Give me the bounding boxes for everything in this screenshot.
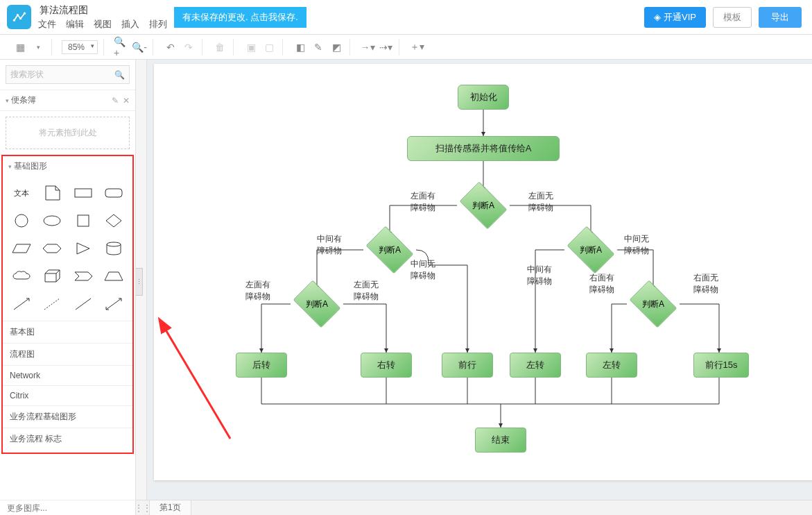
close-icon[interactable]: ✕ — [123, 96, 130, 105]
shape-circle[interactable] — [8, 210, 35, 232]
search-shapes-input[interactable]: 搜索形状 🔍 — [6, 65, 130, 84]
svg-point-6 — [15, 214, 28, 227]
diagram-page[interactable]: 初始化 扫描传感器并将值传给A 判断A 判断A 判断A 判断A 判断A 后转 右… — [154, 64, 812, 480]
toolbar: ▦▾ 85% 🔍+ 🔍- ↶ ↷ 🗑 ▣ ▢ ◧ ✎ ◩ →▾ ⇢▾ ＋▾ — [0, 35, 812, 60]
node-judge-l3-left[interactable]: 判断A — [291, 290, 343, 318]
templates-button[interactable]: 模板 — [713, 7, 752, 28]
scratchpad-dropzone[interactable]: 将元素拖到此处 — [6, 117, 130, 149]
svg-point-1 — [16, 14, 18, 16]
node-action-forward[interactable]: 前行 — [442, 353, 493, 378]
pages-menu-icon[interactable]: ⋮⋮ — [136, 500, 150, 515]
node-action-fwd15[interactable]: 前行15s — [693, 353, 749, 378]
menu-file[interactable]: 文件 — [38, 18, 56, 31]
shape-cloud[interactable] — [8, 265, 35, 287]
app-header: 算法流程图 文件 编辑 视图 插入 排列 有未保存的更改. 点击我保存. ◈开通… — [0, 0, 812, 35]
node-scan[interactable]: 扫描传感器并将值传给A — [407, 136, 560, 161]
node-judge-l3-right[interactable]: 判断A — [627, 290, 680, 318]
svg-point-0 — [12, 19, 15, 21]
node-action-back[interactable]: 后转 — [236, 353, 287, 378]
diamond-icon: ◈ — [654, 12, 661, 22]
label-left-obs-2: 左面有 障碍物 — [245, 279, 270, 303]
to-front-icon[interactable]: ▣ — [243, 40, 259, 55]
shape-cylinder[interactable] — [101, 237, 127, 260]
shape-roundrect[interactable] — [101, 182, 127, 204]
label-right-clear: 右面无 障碍物 — [693, 272, 718, 296]
node-end[interactable]: 结束 — [475, 428, 526, 453]
add-icon[interactable]: ＋▾ — [409, 40, 424, 55]
basic-shapes-panel: 基础图形 文本 — [1, 155, 134, 454]
chevron-down-icon[interactable]: ▾ — [31, 40, 46, 55]
shape-hexagon[interactable] — [39, 237, 65, 260]
delete-icon[interactable]: 🗑 — [212, 40, 227, 55]
node-judge-l2-right[interactable]: 判断A — [564, 236, 617, 264]
shape-cube[interactable] — [39, 265, 65, 287]
zoom-in-icon[interactable]: 🔍+ — [114, 40, 129, 55]
node-action-left[interactable]: 左转 — [510, 353, 561, 378]
document-title[interactable]: 算法流程图 — [38, 4, 167, 17]
redo-icon[interactable]: ↷ — [181, 40, 196, 55]
menu-insert[interactable]: 插入 — [121, 18, 139, 31]
waypoint-style-icon[interactable]: ⇢▾ — [378, 40, 393, 55]
more-shapes-link[interactable]: 更多图库... — [0, 500, 136, 515]
shape-text[interactable]: 文本 — [8, 182, 35, 204]
label-mid-obs-2: 中间有 障碍物 — [527, 264, 552, 287]
node-judge-top[interactable]: 判断A — [457, 192, 510, 219]
fill-color-icon[interactable]: ◧ — [293, 40, 308, 55]
node-judge-l2-left[interactable]: 判断A — [363, 236, 416, 264]
basic-shapes-header[interactable]: 基础图形 — [3, 156, 132, 176]
shape-step[interactable] — [70, 265, 96, 287]
export-button[interactable]: 导出 — [759, 7, 802, 28]
menu-view[interactable]: 视图 — [94, 18, 112, 31]
shadow-icon[interactable]: ◩ — [329, 40, 344, 55]
node-action-left2[interactable]: 左转 — [586, 353, 637, 378]
node-action-right[interactable]: 右转 — [361, 353, 412, 378]
sidebar-collapse-handle[interactable]: ⋮ — [136, 268, 143, 296]
pencil-icon[interactable]: ✎ — [112, 96, 119, 105]
scratchpad-header[interactable]: 便条簿 ✎✕ — [0, 90, 135, 111]
category-bpm-sign[interactable]: 业务流程 标志 — [3, 428, 132, 450]
to-back-icon[interactable]: ▢ — [261, 40, 277, 55]
shape-line[interactable] — [70, 293, 96, 315]
category-citrix[interactable]: Citrix — [3, 385, 132, 405]
svg-rect-8 — [78, 215, 89, 226]
svg-rect-4 — [75, 189, 92, 197]
label-right-obs: 右面有 障碍物 — [589, 272, 614, 296]
shape-ellipse[interactable] — [39, 210, 65, 232]
search-icon: 🔍 — [114, 70, 125, 80]
undo-icon[interactable]: ↶ — [163, 40, 178, 55]
category-flowchart[interactable]: 流程图 — [3, 343, 132, 365]
vip-button[interactable]: ◈开通VIP — [644, 7, 706, 28]
svg-point-3 — [23, 12, 25, 14]
shape-dashed-line[interactable] — [39, 293, 65, 315]
svg-rect-5 — [105, 189, 122, 197]
category-network[interactable]: Network — [3, 365, 132, 385]
connector-style-icon[interactable]: →▾ — [360, 40, 375, 55]
shape-rect[interactable] — [70, 182, 96, 204]
shape-double-arrow[interactable] — [101, 293, 127, 315]
unsaved-banner[interactable]: 有未保存的更改. 点击我保存. — [174, 7, 306, 28]
line-color-icon[interactable]: ✎ — [311, 40, 326, 55]
page-tab-1[interactable]: 第1页 — [150, 500, 191, 515]
page-tabs: ⋮⋮ 第1页 — [136, 500, 812, 515]
canvas-area[interactable]: ⋮ — [136, 60, 812, 500]
category-bpm-basic[interactable]: 业务流程基础图形 — [3, 405, 132, 428]
shape-triangle[interactable] — [70, 237, 96, 260]
node-init[interactable]: 初始化 — [458, 85, 509, 110]
zoom-select[interactable]: 85% — [62, 40, 98, 54]
layout-icon[interactable]: ▦ — [12, 40, 28, 55]
shape-square[interactable] — [70, 210, 96, 232]
menu-arrange[interactable]: 排列 — [149, 18, 167, 31]
menu-edit[interactable]: 编辑 — [66, 18, 84, 31]
shape-arrow-line[interactable] — [8, 293, 35, 315]
label-left-clear-2: 左面无 障碍物 — [354, 279, 379, 303]
shape-parallelogram[interactable] — [8, 237, 35, 260]
zoom-out-icon[interactable]: 🔍- — [132, 40, 147, 55]
label-left-obs: 左面有 障碍物 — [411, 190, 435, 214]
label-mid-obs-1: 中间有 障碍物 — [317, 233, 342, 257]
category-basic[interactable]: 基本图 — [3, 321, 132, 343]
shape-note[interactable] — [39, 182, 65, 204]
shape-diamond[interactable] — [101, 210, 127, 232]
shapes-sidebar: 搜索形状 🔍 便条簿 ✎✕ 将元素拖到此处 基础图形 文本 — [0, 60, 136, 500]
shape-trapezoid[interactable] — [101, 265, 127, 287]
annotation-arrow-icon — [154, 314, 237, 446]
